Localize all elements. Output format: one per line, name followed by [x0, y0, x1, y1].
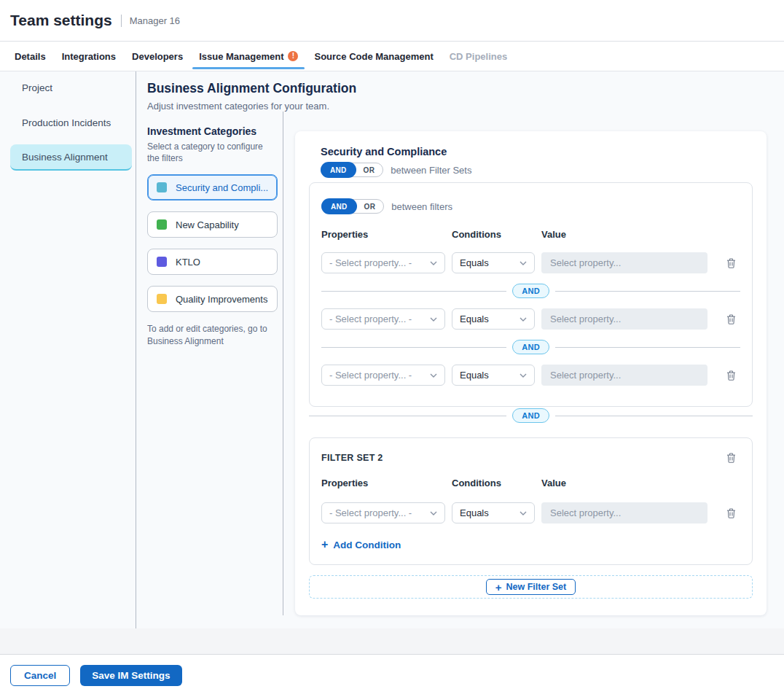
category-color-swatch [157, 182, 167, 192]
new-filter-set-dropzone: + New Filter Set [309, 575, 753, 599]
settings-tabbar: Details Integrations Developers Issue Ma… [0, 42, 784, 71]
sidebar-item-production-incidents[interactable]: Production Incidents [10, 109, 132, 136]
tab-cd-pipelines: CD Pipelines [442, 42, 515, 71]
plus-icon: + [321, 539, 328, 550]
condition-select[interactable]: Equals [452, 252, 535, 273]
and-connector-pill: AND [512, 408, 549, 423]
between-filters-label: between filters [391, 201, 452, 212]
value-input[interactable] [541, 502, 707, 523]
category-new-capability[interactable]: New Capability [147, 211, 278, 238]
category-color-swatch [157, 219, 167, 230]
sidebar-item-project[interactable]: Project [10, 74, 132, 101]
category-ktlo[interactable]: KTLO [147, 249, 278, 275]
team-settings-page: Team settings Manager 16 Details Integra… [0, 0, 784, 697]
title-divider [121, 15, 122, 27]
chevron-down-icon [520, 317, 527, 322]
value-column-header: Value [541, 478, 707, 488]
tab-issue-management[interactable]: Issue Management ! [191, 42, 306, 71]
new-filter-set-button[interactable]: + New Filter Set [486, 579, 576, 595]
tab-integrations[interactable]: Integrations [54, 42, 124, 71]
delete-row-button[interactable] [722, 369, 740, 382]
conditions-column-header: Conditions [452, 229, 535, 240]
footer-spacer [0, 628, 784, 655]
chevron-down-icon [430, 373, 437, 378]
value-input[interactable] [541, 252, 707, 273]
action-footer: Cancel Save IM Settings [0, 655, 784, 696]
properties-column-header: Properties [321, 478, 445, 488]
page-title: Team settings [10, 12, 112, 29]
settings-sidebar: Project Production Incidents Business Al… [0, 71, 136, 628]
category-panel-title: Security and Compliance [321, 146, 753, 157]
manager-context-label: Manager 16 [130, 15, 180, 26]
filter-columns-header: Properties Conditions Value [321, 478, 740, 488]
between-filter-sets-label: between Filter Sets [391, 165, 471, 176]
chevron-down-icon [430, 511, 437, 515]
filter-set-2-card: FILTER SET 2 Properties Conditions Value [309, 437, 753, 565]
condition-select[interactable]: Equals [452, 308, 535, 330]
tab-developers[interactable]: Developers [124, 42, 191, 71]
content-area: Project Production Incidents Business Al… [0, 71, 784, 628]
add-condition-button[interactable]: + Add Condition [321, 539, 401, 550]
main-section: Business Alignment Configuration Adjust … [136, 71, 784, 628]
tab-source-code-management[interactable]: Source Code Management [306, 42, 441, 71]
chevron-down-icon [520, 373, 527, 378]
category-color-swatch [157, 294, 167, 304]
filters-panel: Security and Compliance AND OR between F… [295, 131, 767, 615]
cancel-button[interactable]: Cancel [10, 665, 70, 686]
chevron-down-icon [430, 317, 437, 322]
plus-icon: + [495, 582, 502, 593]
delete-row-button[interactable] [722, 313, 740, 326]
delete-filter-set-button[interactable] [722, 451, 740, 464]
and-connector-pill: AND [512, 284, 549, 298]
delete-row-button[interactable] [722, 257, 740, 270]
investment-categories-column: Investment Categories Select a category … [147, 112, 283, 615]
filter-sets-and-or-toggle[interactable]: AND OR [321, 163, 383, 177]
value-column-header: Value [541, 229, 707, 240]
trash-icon [726, 258, 736, 268]
filters-panel-wrap: Security and Compliance AND OR between F… [283, 112, 784, 615]
section-subtitle: Adjust investment categories for your te… [147, 101, 784, 112]
categories-footnote: To add or edit categories, go to Busines… [147, 323, 271, 348]
property-select[interactable]: - Select property... - [321, 308, 445, 330]
toggle-or-option[interactable]: OR [356, 166, 383, 174]
save-im-settings-button[interactable]: Save IM Settings [80, 665, 181, 686]
chevron-down-icon [430, 261, 437, 265]
filter-row: - Select property... - Equals [321, 252, 740, 273]
filter-set-1-card: AND OR between filters Properties Condit… [309, 182, 753, 407]
filter-set-2-title: FILTER SET 2 [321, 451, 383, 463]
delete-row-button[interactable] [722, 507, 740, 520]
condition-select[interactable]: Equals [452, 502, 535, 523]
conditions-column-header: Conditions [452, 478, 535, 488]
filter-row: - Select property... - Equals [321, 502, 740, 523]
sidebar-item-business-alignment[interactable]: Business Alignment [10, 144, 132, 171]
tab-details[interactable]: Details [7, 42, 54, 71]
property-select[interactable]: - Select property... - [321, 252, 445, 273]
page-header: Team settings Manager 16 [0, 0, 784, 42]
categories-title: Investment Categories [147, 125, 277, 137]
category-security-and-compliance[interactable]: Security and Compli... [147, 174, 278, 200]
toggle-and-option[interactable]: AND [321, 162, 356, 178]
filters-and-or-toggle[interactable]: AND OR [321, 199, 384, 214]
property-select[interactable]: - Select property... - [321, 365, 445, 386]
filter-row: - Select property... - Equals [321, 308, 740, 330]
filter-set-connector: AND [309, 408, 753, 423]
category-quality-improvements[interactable]: Quality Improvements [147, 286, 278, 312]
toggle-and-option[interactable]: AND [321, 198, 357, 214]
section-title: Business Alignment Configuration [147, 81, 784, 96]
property-select[interactable]: - Select property... - [321, 502, 445, 523]
warning-icon: ! [288, 51, 298, 61]
trash-icon [726, 314, 736, 324]
toggle-or-option[interactable]: OR [356, 203, 384, 211]
row-connector: AND [321, 284, 740, 298]
chevron-down-icon [520, 511, 527, 515]
row-connector: AND [321, 340, 740, 354]
properties-column-header: Properties [321, 229, 445, 240]
value-input[interactable] [541, 365, 707, 386]
condition-select[interactable]: Equals [452, 365, 535, 386]
trash-icon [726, 453, 736, 463]
value-input[interactable] [541, 308, 707, 330]
categories-hint: Select a category to configure the filte… [147, 141, 271, 164]
filter-columns-header: Properties Conditions Value [321, 229, 740, 240]
chevron-down-icon [520, 261, 527, 265]
category-color-swatch [157, 257, 167, 267]
